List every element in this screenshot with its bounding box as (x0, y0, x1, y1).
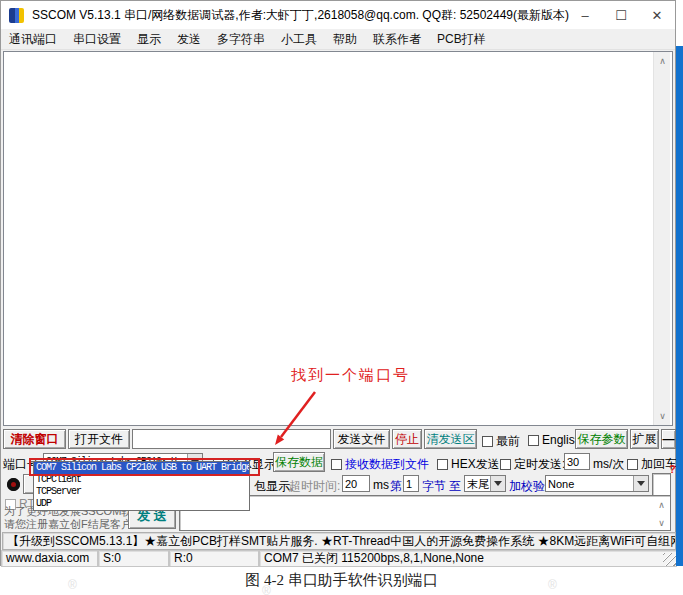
menu-display[interactable]: 显示 (129, 31, 169, 48)
receive-scrollbar[interactable]: ∧ ∨ (653, 52, 670, 425)
append-crlf-checkbox[interactable] (627, 459, 638, 470)
annotation-arrow (255, 386, 325, 452)
checksum-combobox[interactable]: None (545, 475, 649, 492)
timed-send-checkbox-group: 定时发送: (500, 456, 565, 473)
menu-send[interactable]: 发送 (169, 31, 209, 48)
clear-send-area-button[interactable]: 清发送区 (424, 429, 477, 449)
english-checkbox[interactable] (528, 435, 539, 446)
chevron-down-icon (494, 481, 502, 486)
hex-send-checkbox[interactable] (437, 459, 448, 470)
title-bar: SSCOM V5.13.1 串口/网络数据调试器,作者:大虾丁丁,2618058… (1, 1, 675, 29)
timed-send-checkbox[interactable] (500, 459, 511, 470)
status-bar: www.daxia.com S:0 R:0 COM7 已关闭 115200bps… (1, 550, 677, 567)
topmost-label: 最前 (496, 433, 520, 450)
scroll-down-icon[interactable]: ∨ (654, 408, 671, 424)
packet-display-label-fragment: 包显示, (254, 478, 293, 495)
annotation-highlight-box (29, 458, 260, 476)
menu-serial-settings[interactable]: 串口设置 (65, 31, 129, 48)
topmost-checkbox[interactable] (482, 436, 493, 447)
byte-suffix-label: 字节 至 (422, 478, 461, 495)
end-byte-combobox-value: 末尾 (465, 476, 490, 491)
clear-window-button[interactable]: 清除窗口 (3, 429, 66, 449)
page: SSCOM V5.13.1 串口/网络数据调试器,作者:大虾丁丁,2618058… (0, 0, 683, 595)
save-params-button[interactable]: 保存参数 (575, 429, 628, 449)
timed-send-interval-input[interactable] (564, 453, 590, 470)
end-byte-combobox-arrow[interactable] (490, 476, 505, 491)
save-data-button[interactable]: 保存数据 (273, 452, 325, 472)
collapse-panel-button[interactable]: — (661, 429, 676, 449)
dropdown-item-udp[interactable]: UDP (34, 498, 249, 510)
checksum-combobox-value: None (546, 476, 633, 491)
byte-index-input[interactable] (403, 475, 419, 492)
checksum-label: 加校验 (509, 478, 545, 495)
send-textarea-top[interactable] (652, 473, 671, 496)
maximize-button[interactable]: ☐ (603, 1, 639, 29)
chevron-down-icon (637, 481, 645, 486)
recv-to-file-checkbox-group: 接收数据到文件 (331, 456, 429, 473)
timed-send-label: 定时发送: (514, 456, 565, 473)
watermark-icon: ® (262, 584, 271, 595)
extend-button[interactable]: 扩展 (630, 429, 659, 449)
checksum-combobox-arrow[interactable] (633, 476, 648, 491)
open-file-button[interactable]: 打开文件 (68, 429, 130, 449)
watermark-icon: ® (548, 578, 557, 592)
promo-line2[interactable]: 请您注册嘉立创F结尾客户 (4, 517, 132, 532)
timeout-unit-label: ms (373, 478, 389, 492)
port-status-led (7, 478, 20, 491)
recv-to-file-label: 接收数据到文件 (345, 456, 429, 473)
scroll-up-icon[interactable]: ∧ (654, 53, 671, 69)
topmost-checkbox-group: 最前 (482, 433, 520, 450)
figure-caption: 图 4-2 串口助手软件识别端口 (0, 571, 683, 590)
stop-button[interactable]: 停止 (392, 429, 422, 449)
watermark-icon: ® (68, 578, 77, 592)
recv-to-file-checkbox[interactable] (331, 459, 342, 470)
interval-unit-label: ms/次 (593, 456, 624, 473)
send-textarea[interactable] (179, 495, 671, 531)
byte-prefix-label: 第 (390, 478, 402, 495)
desktop-edge-strip (676, 46, 683, 566)
window-title: SSCOM V5.13.1 串口/网络数据调试器,作者:大虾丁丁,2618058… (32, 7, 569, 24)
resize-grip[interactable] (663, 553, 676, 566)
english-checkbox-group: English (528, 433, 581, 447)
status-received-count: R:0 (169, 550, 259, 567)
promo-banner[interactable]: 【升级到SSCOM5.13.1】★嘉立创PCB打样SMT贴片服务. ★RT-Th… (2, 532, 676, 550)
menu-contact-author[interactable]: 联系作者 (365, 31, 429, 48)
status-sent-count: S:0 (98, 550, 169, 567)
send-scroll-down-icon[interactable]: ∨ (653, 515, 670, 531)
timeout-label: 超时时间: (289, 478, 340, 495)
menu-bar: 通讯端口 串口设置 显示 发送 多字符串 小工具 帮助 联系作者 PCB打样 (1, 29, 675, 50)
close-button[interactable]: ✕ (639, 1, 675, 29)
dropdown-item-tcpserver[interactable]: TCPServer (34, 486, 249, 498)
status-port-state: COM7 已关闭 115200bps,8,1,None,None (259, 550, 677, 567)
menu-help[interactable]: 帮助 (325, 31, 365, 48)
app-icon (9, 8, 24, 23)
menu-tools[interactable]: 小工具 (273, 31, 325, 48)
annotation-text: 找到一个端口号 (291, 366, 410, 385)
menu-comm-port[interactable]: 通讯端口 (1, 31, 65, 48)
hex-send-label: HEX发送 (451, 456, 500, 473)
send-file-button[interactable]: 发送文件 (333, 429, 390, 449)
hex-send-checkbox-group: HEX发送 (437, 456, 500, 473)
menu-pcb-proto[interactable]: PCB打样 (429, 31, 494, 48)
menu-multi-string[interactable]: 多字符串 (209, 31, 273, 48)
status-website[interactable]: www.daxia.com (1, 550, 98, 567)
end-byte-combobox[interactable]: 末尾 (464, 475, 506, 492)
minimize-button[interactable]: – (567, 1, 603, 29)
timeout-input[interactable] (342, 475, 370, 492)
send-scroll-up-icon[interactable]: ∧ (653, 497, 670, 513)
